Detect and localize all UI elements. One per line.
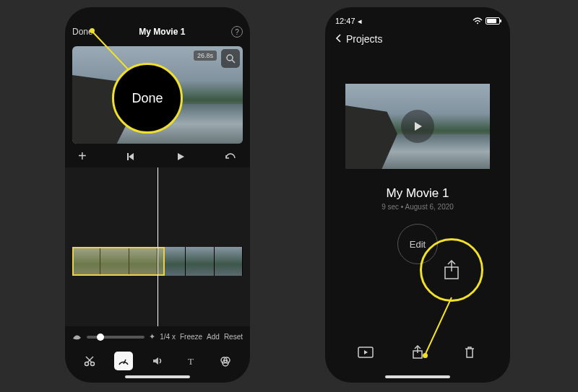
help-button[interactable]: ? — [231, 26, 243, 38]
add-button[interactable]: Add — [207, 333, 220, 341]
zoom-to-fit-button[interactable] — [221, 49, 240, 68]
project-thumbnail[interactable] — [345, 84, 490, 169]
svg-point-13 — [477, 22, 478, 24]
battery-icon — [486, 17, 500, 25]
scissors-icon — [84, 355, 95, 367]
titles-tool[interactable]: T — [182, 352, 201, 370]
slider-knob[interactable] — [97, 334, 104, 341]
skip-back-icon — [126, 152, 136, 162]
text-icon: T — [186, 355, 197, 367]
imovie-editor-screen: Done My Movie 1 ? 26.8s + — [65, 7, 250, 383]
editor-toolbar: T — [65, 344, 250, 375]
callout-share-bubble — [420, 238, 483, 302]
magnifier-icon — [225, 53, 236, 64]
speed-controls: ✦ 1/4 x Freeze Add Reset — [65, 326, 250, 344]
status-icons — [473, 17, 500, 25]
callout-anchor-dot — [90, 28, 95, 33]
skip-back-button[interactable] — [126, 152, 136, 162]
speedometer-icon — [118, 355, 129, 367]
home-indicator[interactable] — [125, 375, 190, 378]
imovie-projects-screen: 12:47 ◂ Projects My Movie 1 9 sec • Augu… — [325, 7, 510, 383]
callout-anchor-dot — [423, 353, 428, 358]
clip-thumbnail — [186, 247, 214, 276]
project-title-heading: My Movie 1 — [139, 27, 185, 37]
callout-done-bubble: Done — [112, 63, 183, 134]
project-title: My Movie 1 — [325, 186, 510, 201]
project-subtitle: 9 sec • August 6, 2020 — [325, 203, 510, 211]
play-frame-icon — [358, 347, 374, 358]
clip-duration-badge: 26.8s — [194, 51, 217, 61]
home-indicator[interactable] — [385, 375, 450, 378]
bottom-toolbar — [325, 344, 510, 361]
undo-icon — [225, 152, 237, 162]
speedometer-tool[interactable] — [114, 352, 133, 370]
playhead[interactable] — [158, 167, 158, 326]
play-from-start-button[interactable] — [357, 344, 374, 361]
play-project-button[interactable] — [401, 110, 434, 143]
freeze-button[interactable]: Freeze — [180, 333, 202, 341]
status-bar: 12:47 ◂ — [325, 12, 510, 30]
share-button[interactable] — [409, 344, 426, 361]
svg-point-0 — [227, 55, 233, 61]
speaker-icon — [152, 355, 163, 367]
clip-thumbnail — [215, 247, 243, 276]
share-icon — [411, 345, 424, 360]
svg-line-1 — [232, 60, 235, 63]
speed-slider[interactable] — [87, 336, 144, 339]
callout-done-label: Done — [131, 91, 163, 106]
play-button[interactable] — [176, 152, 186, 162]
volume-tool[interactable] — [148, 352, 167, 370]
project-card — [345, 84, 490, 169]
playback-controls: + — [65, 144, 250, 165]
back-to-projects[interactable]: Projects — [325, 30, 510, 58]
turtle-icon — [72, 334, 82, 341]
play-icon — [411, 120, 424, 133]
share-icon — [442, 259, 461, 281]
selection-overlay[interactable] — [72, 247, 165, 276]
status-time: 12:47 ◂ — [335, 17, 362, 26]
edit-button-label: Edit — [410, 239, 426, 250]
add-media-button[interactable]: + — [78, 148, 87, 165]
chevron-left-icon — [335, 33, 344, 45]
trash-icon — [464, 346, 475, 359]
projects-back-label: Projects — [346, 33, 383, 45]
speed-rate-label: 1/4 x — [160, 333, 176, 341]
scissors-tool[interactable] — [80, 352, 99, 370]
filters-tool[interactable] — [216, 352, 235, 370]
timeline[interactable] — [65, 167, 250, 326]
reset-button[interactable]: Reset — [224, 333, 243, 341]
delete-button[interactable] — [461, 344, 478, 361]
filters-icon — [220, 355, 231, 367]
undo-button[interactable] — [225, 152, 237, 162]
svg-text:T: T — [188, 356, 194, 367]
play-icon — [176, 152, 186, 162]
rabbit-icon: ✦ — [149, 332, 155, 341]
wifi-icon — [473, 17, 483, 25]
